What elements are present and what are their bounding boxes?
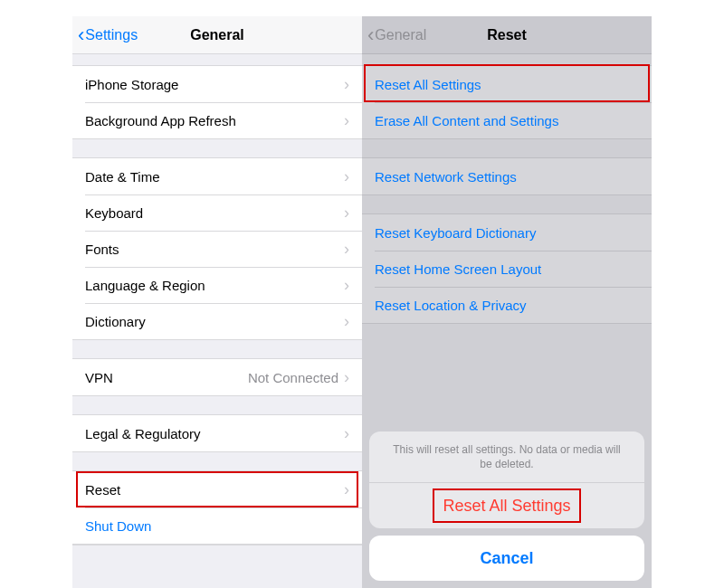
page-title: General — [190, 27, 244, 43]
row-erase-all-content[interactable]: Erase All Content and Settings — [362, 102, 652, 138]
chevron-right-icon: › — [344, 312, 349, 331]
row-label: Reset All Settings — [375, 77, 639, 92]
row-label: Fonts — [85, 242, 344, 257]
chevron-left-icon: ‹ — [367, 25, 374, 45]
nav-header: ‹ General Reset — [362, 16, 652, 54]
page-title: Reset — [487, 27, 527, 43]
reset-settings-pane: ‹ General Reset Reset All Settings Erase… — [362, 16, 652, 588]
chevron-right-icon: › — [344, 480, 349, 499]
row-label: VPN — [85, 370, 248, 385]
row-fonts[interactable]: Fonts › — [72, 231, 362, 267]
group-reset-main: Reset All Settings Erase All Content and… — [362, 65, 652, 139]
row-language-region[interactable]: Language & Region › — [72, 267, 362, 303]
action-sheet: This will reset all settings. No data or… — [369, 432, 644, 581]
action-sheet-card: This will reset all settings. No data or… — [369, 432, 644, 528]
row-detail: Not Connected — [248, 370, 338, 385]
group-reset-network: Reset Network Settings — [362, 157, 652, 195]
row-label: Reset Keyboard Dictionary — [375, 225, 639, 241]
row-label: Keyboard — [85, 205, 344, 221]
row-shut-down[interactable]: Shut Down — [72, 507, 362, 544]
general-settings-pane: ‹ Settings General iPhone Storage › Back… — [72, 16, 362, 588]
chevron-right-icon: › — [344, 424, 349, 443]
row-label: Reset Home Screen Layout — [375, 261, 639, 277]
group-reset-other: Reset Keyboard Dictionary Reset Home Scr… — [362, 213, 652, 324]
chevron-right-icon: › — [344, 240, 349, 259]
row-reset-network[interactable]: Reset Network Settings — [362, 158, 652, 194]
row-label: Legal & Regulatory — [85, 426, 344, 441]
button-label: Cancel — [480, 549, 533, 568]
row-dictionary[interactable]: Dictionary › — [72, 303, 362, 339]
nav-header: ‹ Settings General — [72, 16, 362, 54]
row-vpn[interactable]: VPN Not Connected › — [72, 359, 362, 395]
back-label: Settings — [85, 27, 138, 43]
row-date-time[interactable]: Date & Time › — [72, 158, 362, 194]
group-storage: iPhone Storage › Background App Refresh … — [72, 65, 362, 139]
action-sheet-message: This will reset all settings. No data or… — [369, 432, 644, 483]
chevron-right-icon: › — [344, 111, 349, 130]
row-reset-all-settings[interactable]: Reset All Settings — [362, 66, 652, 102]
group-reset: Reset › Shut Down — [72, 470, 362, 545]
row-label: Shut Down — [85, 518, 349, 534]
chevron-right-icon: › — [344, 167, 349, 186]
back-button[interactable]: ‹ General — [367, 25, 426, 45]
chevron-right-icon: › — [344, 276, 349, 295]
row-label: Background App Refresh — [85, 113, 344, 128]
row-label: Reset — [85, 482, 344, 498]
confirm-reset-button[interactable]: Reset All Settings — [369, 483, 644, 528]
row-label: Date & Time — [85, 169, 344, 185]
row-background-app-refresh[interactable]: Background App Refresh › — [72, 102, 362, 138]
row-label: Reset Location & Privacy — [375, 298, 639, 313]
button-label: Reset All Settings — [443, 497, 570, 516]
row-iphone-storage[interactable]: iPhone Storage › — [72, 66, 362, 102]
cancel-button[interactable]: Cancel — [369, 536, 644, 581]
group-input: Date & Time › Keyboard › Fonts › Languag… — [72, 157, 362, 340]
row-reset[interactable]: Reset › — [72, 471, 362, 507]
back-label: General — [375, 27, 426, 43]
row-reset-home-screen[interactable]: Reset Home Screen Layout — [362, 251, 652, 287]
row-label: Dictionary — [85, 314, 344, 329]
row-reset-keyboard-dictionary[interactable]: Reset Keyboard Dictionary — [362, 214, 652, 251]
row-label: Reset Network Settings — [375, 169, 639, 185]
group-legal: Legal & Regulatory › — [72, 414, 362, 452]
chevron-left-icon: ‹ — [78, 25, 84, 45]
chevron-right-icon: › — [344, 204, 349, 223]
back-button[interactable]: ‹ Settings — [78, 25, 138, 45]
row-keyboard[interactable]: Keyboard › — [72, 194, 362, 231]
row-legal-regulatory[interactable]: Legal & Regulatory › — [72, 415, 362, 451]
row-label: iPhone Storage — [85, 77, 344, 92]
row-label: Erase All Content and Settings — [375, 113, 639, 128]
row-reset-location-privacy[interactable]: Reset Location & Privacy — [362, 287, 652, 323]
chevron-right-icon: › — [344, 368, 349, 387]
group-vpn: VPN Not Connected › — [72, 358, 362, 396]
chevron-right-icon: › — [344, 75, 349, 94]
row-label: Language & Region — [85, 278, 344, 293]
